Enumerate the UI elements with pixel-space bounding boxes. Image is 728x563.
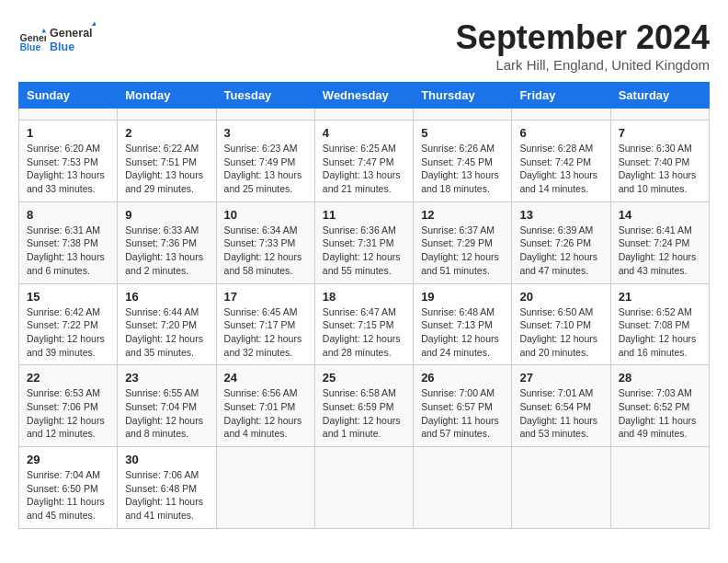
day-info: Sunrise: 6:31 AMSunset: 7:38 PMDaylight:… (27, 224, 109, 278)
day-number: 22 (27, 371, 109, 385)
day-info: Sunrise: 7:00 AMSunset: 6:57 PMDaylight:… (421, 386, 504, 441)
calendar-cell: 27Sunrise: 7:01 AMSunset: 6:54 PMDayligh… (512, 365, 610, 447)
calendar-week-row: 15Sunrise: 6:42 AMSunset: 7:22 PMDayligh… (19, 283, 710, 365)
calendar-cell: 9Sunrise: 6:33 AMSunset: 7:36 PMDaylight… (118, 201, 216, 283)
day-info: Sunrise: 6:28 AMSunset: 7:42 PMDaylight:… (519, 142, 602, 196)
header-wednesday: Wednesday (314, 83, 413, 109)
calendar-cell: 24Sunrise: 6:56 AMSunset: 7:01 PMDayligh… (216, 365, 314, 447)
day-info: Sunrise: 6:55 AMSunset: 7:04 PMDaylight:… (125, 386, 208, 441)
svg-text:General: General (50, 27, 93, 40)
day-info: Sunrise: 6:41 AMSunset: 7:24 PMDaylight:… (619, 224, 701, 278)
calendar-week-row: 8Sunrise: 6:31 AMSunset: 7:38 PMDaylight… (19, 201, 710, 283)
header-saturday: Saturday (610, 83, 709, 109)
calendar-week-row: 22Sunrise: 6:53 AMSunset: 7:06 PMDayligh… (19, 365, 710, 447)
calendar-cell: 22Sunrise: 6:53 AMSunset: 7:06 PMDayligh… (19, 365, 118, 447)
day-number: 23 (125, 371, 208, 385)
day-number: 3 (224, 126, 307, 140)
calendar-cell: 7Sunrise: 6:30 AMSunset: 7:40 PMDaylight… (610, 121, 709, 202)
day-info: Sunrise: 6:37 AMSunset: 7:29 PMDaylight:… (421, 224, 504, 278)
day-info: Sunrise: 6:36 AMSunset: 7:31 PMDaylight:… (323, 224, 405, 278)
logo-svg: General Blue (50, 18, 96, 60)
day-number: 19 (421, 290, 504, 304)
day-info: Sunrise: 6:56 AMSunset: 7:01 PMDaylight:… (224, 386, 307, 441)
day-info: Sunrise: 6:58 AMSunset: 6:59 PMDaylight:… (323, 386, 405, 441)
calendar-cell: 4Sunrise: 6:25 AMSunset: 7:47 PMDaylight… (314, 121, 413, 202)
day-number: 7 (619, 126, 701, 140)
calendar-cell: 11Sunrise: 6:36 AMSunset: 7:31 PMDayligh… (314, 201, 413, 283)
header-monday: Monday (118, 83, 216, 109)
day-number: 11 (323, 208, 405, 222)
day-number: 16 (125, 290, 208, 304)
header-friday: Friday (512, 83, 610, 109)
calendar-cell (118, 109, 216, 121)
svg-text:Blue: Blue (20, 41, 41, 52)
header-tuesday: Tuesday (216, 83, 314, 109)
calendar-cell: 26Sunrise: 7:00 AMSunset: 6:57 PMDayligh… (414, 365, 512, 447)
calendar-cell (314, 109, 413, 121)
day-info: Sunrise: 6:44 AMSunset: 7:20 PMDaylight:… (125, 305, 208, 360)
day-number: 26 (421, 371, 504, 385)
calendar-cell: 21Sunrise: 6:52 AMSunset: 7:08 PMDayligh… (610, 283, 709, 365)
calendar-cell: 5Sunrise: 6:26 AMSunset: 7:45 PMDaylight… (414, 121, 512, 202)
calendar-cell: 8Sunrise: 6:31 AMSunset: 7:38 PMDaylight… (19, 201, 118, 283)
day-info: Sunrise: 6:34 AMSunset: 7:33 PMDaylight:… (224, 224, 307, 278)
day-number: 14 (619, 208, 701, 222)
day-info: Sunrise: 6:22 AMSunset: 7:51 PMDaylight:… (125, 142, 208, 196)
day-number: 6 (519, 126, 602, 140)
svg-text:Blue: Blue (50, 40, 74, 53)
calendar-cell: 17Sunrise: 6:45 AMSunset: 7:17 PMDayligh… (216, 283, 314, 365)
day-info: Sunrise: 6:50 AMSunset: 7:10 PMDaylight:… (519, 305, 602, 360)
calendar-cell: 14Sunrise: 6:41 AMSunset: 7:24 PMDayligh… (610, 201, 709, 283)
day-number: 30 (125, 453, 208, 466)
location-title: Lark Hill, England, United Kingdom (456, 57, 710, 73)
calendar-cell: 20Sunrise: 6:50 AMSunset: 7:10 PMDayligh… (512, 283, 610, 365)
month-title: September 2024 (456, 18, 710, 57)
header-sunday: Sunday (19, 83, 118, 109)
calendar-week-row: 29Sunrise: 7:04 AMSunset: 6:50 PMDayligh… (19, 447, 710, 529)
day-info: Sunrise: 7:03 AMSunset: 6:52 PMDaylight:… (619, 386, 701, 441)
day-info: Sunrise: 6:30 AMSunset: 7:40 PMDaylight:… (619, 142, 701, 196)
calendar-week-row: 1Sunrise: 6:20 AMSunset: 7:53 PMDaylight… (19, 121, 710, 202)
day-number: 5 (421, 126, 504, 140)
header-thursday: Thursday (414, 83, 512, 109)
calendar-cell: 15Sunrise: 6:42 AMSunset: 7:22 PMDayligh… (19, 283, 118, 365)
calendar-cell (19, 109, 118, 121)
calendar-cell: 1Sunrise: 6:20 AMSunset: 7:53 PMDaylight… (19, 121, 118, 202)
title-block: September 2024 Lark Hill, England, Unite… (456, 18, 710, 73)
day-number: 25 (323, 371, 405, 385)
day-info: Sunrise: 6:47 AMSunset: 7:15 PMDaylight:… (323, 305, 405, 360)
calendar-cell (414, 109, 512, 121)
day-number: 1 (27, 126, 109, 140)
calendar-cell: 2Sunrise: 6:22 AMSunset: 7:51 PMDaylight… (118, 121, 216, 202)
calendar-cell: 19Sunrise: 6:48 AMSunset: 7:13 PMDayligh… (414, 283, 512, 365)
day-info: Sunrise: 6:42 AMSunset: 7:22 PMDaylight:… (27, 305, 109, 360)
day-info: Sunrise: 7:04 AMSunset: 6:50 PMDaylight:… (27, 468, 109, 523)
logo: General Blue General Blue (18, 18, 96, 60)
calendar-cell: 18Sunrise: 6:47 AMSunset: 7:15 PMDayligh… (314, 283, 413, 365)
day-info: Sunrise: 6:23 AMSunset: 7:49 PMDaylight:… (224, 142, 307, 196)
day-number: 24 (224, 371, 307, 385)
day-number: 27 (519, 371, 602, 385)
day-number: 4 (323, 126, 405, 140)
day-info: Sunrise: 6:52 AMSunset: 7:08 PMDaylight:… (619, 305, 701, 360)
day-number: 17 (224, 290, 307, 304)
calendar-week-row (19, 109, 710, 121)
day-number: 12 (421, 208, 504, 222)
svg-marker-2 (42, 29, 47, 33)
calendar-cell: 30Sunrise: 7:06 AMSunset: 6:48 PMDayligh… (118, 447, 216, 529)
day-info: Sunrise: 6:53 AMSunset: 7:06 PMDaylight:… (27, 386, 109, 441)
calendar-cell: 29Sunrise: 7:04 AMSunset: 6:50 PMDayligh… (19, 447, 118, 529)
calendar-cell: 23Sunrise: 6:55 AMSunset: 7:04 PMDayligh… (118, 365, 216, 447)
day-number: 15 (27, 290, 109, 304)
logo-icon: General Blue (18, 26, 46, 53)
calendar-cell (512, 447, 610, 529)
day-info: Sunrise: 7:01 AMSunset: 6:54 PMDaylight:… (519, 386, 602, 441)
day-number: 2 (125, 126, 208, 140)
day-number: 9 (125, 208, 208, 222)
day-number: 20 (519, 290, 602, 304)
day-info: Sunrise: 6:33 AMSunset: 7:36 PMDaylight:… (125, 224, 208, 278)
calendar-cell: 10Sunrise: 6:34 AMSunset: 7:33 PMDayligh… (216, 201, 314, 283)
calendar-cell (610, 447, 709, 529)
calendar-cell: 6Sunrise: 6:28 AMSunset: 7:42 PMDaylight… (512, 121, 610, 202)
calendar-cell (512, 109, 610, 121)
